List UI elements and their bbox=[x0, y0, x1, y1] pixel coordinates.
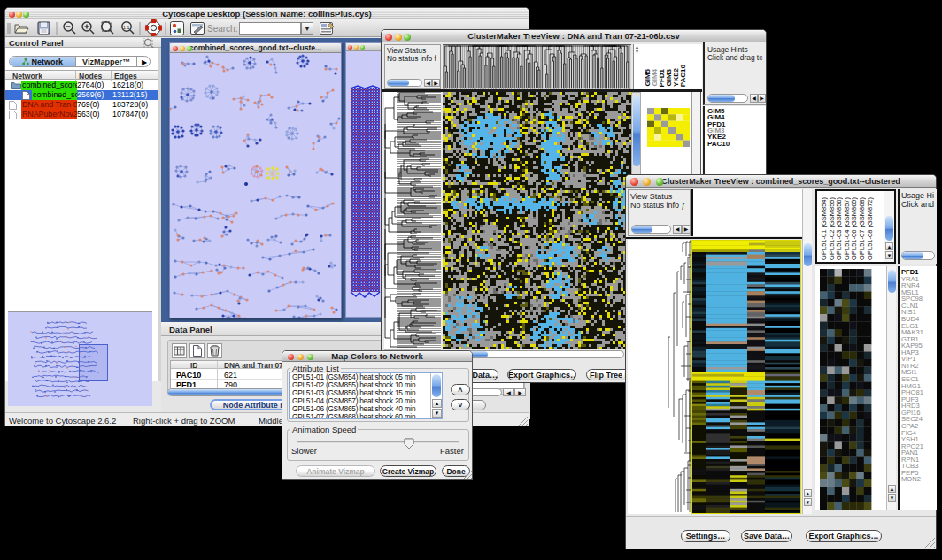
svg-text:1:1: 1:1 bbox=[123, 25, 130, 30]
